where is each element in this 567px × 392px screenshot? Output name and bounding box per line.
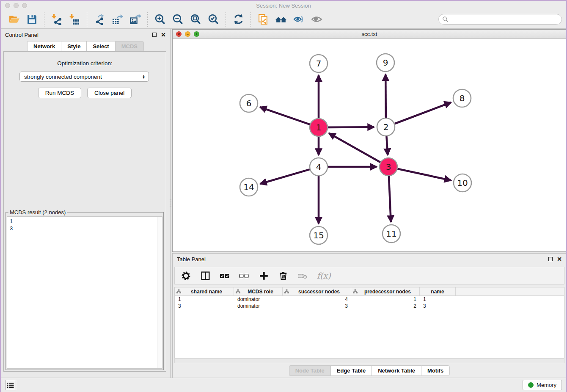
node-table: shared name MCDS role successor nodes pr… bbox=[174, 287, 564, 359]
cell-shared-name[interactable]: 1 bbox=[175, 296, 234, 303]
svg-text:8: 8 bbox=[460, 93, 465, 103]
edge-3-11[interactable] bbox=[389, 176, 391, 222]
graph-node-7[interactable]: 7 bbox=[310, 55, 328, 72]
table-row[interactable]: 3 dominator 3 2 3 bbox=[175, 303, 564, 309]
network-minimize-icon[interactable]: − bbox=[185, 31, 190, 37]
hide-graphics-details-icon[interactable] bbox=[292, 13, 305, 26]
panel-splitter-handle[interactable] bbox=[169, 199, 171, 210]
tab-style[interactable]: Style bbox=[61, 41, 86, 52]
close-panel-button[interactable]: Close panel bbox=[87, 88, 132, 98]
deselect-all-columns-icon[interactable] bbox=[239, 271, 249, 281]
column-header-shared-name[interactable]: shared name bbox=[175, 287, 234, 295]
edge-1-2[interactable] bbox=[328, 127, 374, 127]
add-column-icon[interactable] bbox=[259, 271, 269, 281]
control-panel-tabs: Network Style Select MCDS bbox=[1, 41, 170, 52]
cell-name[interactable]: 3 bbox=[420, 303, 456, 309]
criterion-dropdown[interactable]: strongly connected component ▲▼ bbox=[19, 72, 149, 82]
close-window-button[interactable] bbox=[5, 3, 10, 8]
export-image-icon[interactable] bbox=[129, 13, 141, 26]
maximize-window-button[interactable] bbox=[22, 3, 27, 8]
application-window: { "window": { "title": "Session: New Ses… bbox=[0, 0, 567, 392]
save-session-icon[interactable] bbox=[25, 13, 38, 26]
task-history-button[interactable] bbox=[5, 380, 16, 390]
result-scrollbar[interactable] bbox=[157, 217, 162, 368]
graph-node-10[interactable]: 10 bbox=[454, 174, 471, 192]
tab-network-table[interactable]: Network Table bbox=[372, 365, 421, 376]
cell-predecessor-nodes[interactable]: 1 bbox=[351, 296, 420, 303]
apply-layout-icon[interactable] bbox=[232, 13, 245, 26]
edge-2-3[interactable] bbox=[386, 136, 388, 155]
edge-2-8[interactable] bbox=[395, 102, 451, 124]
tab-edge-table[interactable]: Edge Table bbox=[330, 365, 372, 376]
table-row[interactable]: 1 dominator 4 1 1 bbox=[175, 296, 564, 303]
settings-gear-icon[interactable] bbox=[181, 271, 191, 281]
show-graphics-details-icon[interactable] bbox=[310, 13, 323, 26]
graph-node-9[interactable]: 9 bbox=[377, 54, 394, 72]
minimize-window-button[interactable] bbox=[14, 3, 19, 8]
graph-node-1[interactable]: 1 bbox=[310, 119, 328, 136]
svg-text:14: 14 bbox=[243, 182, 254, 192]
graph-node-4[interactable]: 4 bbox=[310, 158, 328, 176]
graph-node-15[interactable]: 15 bbox=[310, 226, 328, 244]
home-icon[interactable] bbox=[275, 13, 287, 26]
control-panel-title: Control Panel bbox=[5, 32, 39, 38]
graph-node-8[interactable]: 8 bbox=[453, 89, 471, 107]
edge-3-10[interactable] bbox=[397, 169, 451, 180]
export-network-icon[interactable] bbox=[93, 13, 106, 26]
zoom-selected-icon[interactable] bbox=[207, 13, 220, 26]
graph-node-14[interactable]: 14 bbox=[240, 178, 258, 196]
clone-network-icon[interactable] bbox=[257, 13, 270, 26]
open-session-icon[interactable] bbox=[8, 13, 20, 26]
column-header-mcds-role[interactable]: MCDS role bbox=[234, 287, 283, 295]
close-table-panel-icon[interactable]: ✕ bbox=[557, 257, 562, 261]
network-window-titlebar[interactable]: ✕ − + scc.txt bbox=[173, 30, 566, 39]
column-header-predecessor-nodes[interactable]: predecessor nodes bbox=[351, 287, 420, 295]
graph-node-3[interactable]: 3 bbox=[380, 158, 397, 176]
hierarchy-icon bbox=[284, 289, 289, 294]
search-field[interactable] bbox=[438, 14, 562, 25]
export-table-icon[interactable] bbox=[111, 13, 124, 26]
float-table-panel-icon[interactable] bbox=[548, 257, 553, 261]
search-container bbox=[438, 14, 562, 25]
run-mcds-button[interactable]: Run MCDS bbox=[38, 88, 81, 98]
cell-mcds-role[interactable]: dominator bbox=[234, 303, 283, 309]
cell-shared-name[interactable]: 3 bbox=[175, 303, 234, 309]
tab-motifs[interactable]: Motifs bbox=[421, 365, 450, 376]
network-canvas[interactable]: 7968124314101511 bbox=[173, 39, 566, 251]
import-table-icon[interactable] bbox=[68, 13, 81, 26]
close-panel-icon[interactable]: ✕ bbox=[161, 33, 166, 37]
graph-node-6[interactable]: 6 bbox=[240, 94, 258, 112]
cell-mcds-role[interactable]: dominator bbox=[234, 296, 283, 303]
memory-button[interactable]: Memory bbox=[523, 380, 562, 390]
mcds-result-textarea[interactable]: 1 3 bbox=[7, 216, 162, 369]
import-network-icon[interactable] bbox=[50, 13, 63, 26]
edge-2-9[interactable] bbox=[385, 75, 386, 118]
tab-node-table[interactable]: Node Table bbox=[289, 365, 330, 376]
edge-1-6[interactable] bbox=[260, 107, 310, 124]
column-header-name[interactable]: name bbox=[420, 287, 456, 295]
delete-column-icon[interactable] bbox=[278, 271, 288, 281]
graph-node-11[interactable]: 11 bbox=[383, 225, 400, 243]
table-horizontal-scrollbar[interactable] bbox=[174, 358, 564, 363]
select-all-columns-icon[interactable] bbox=[220, 271, 230, 281]
cell-successor-nodes[interactable]: 3 bbox=[283, 303, 351, 309]
edge-3-1[interactable] bbox=[329, 133, 380, 162]
tab-network[interactable]: Network bbox=[27, 41, 61, 52]
tab-mcds[interactable]: MCDS bbox=[115, 41, 144, 52]
zoom-fit-icon[interactable] bbox=[189, 13, 202, 26]
tab-select[interactable]: Select bbox=[86, 41, 115, 52]
main-area: Control Panel ✕ Network Style Select MCD… bbox=[1, 29, 566, 378]
edge-4-14[interactable] bbox=[260, 169, 310, 184]
network-maximize-icon[interactable]: + bbox=[194, 31, 199, 37]
network-close-icon[interactable]: ✕ bbox=[176, 31, 182, 37]
float-panel-icon[interactable] bbox=[152, 33, 157, 37]
zoom-in-icon[interactable] bbox=[154, 13, 166, 26]
cell-successor-nodes[interactable]: 4 bbox=[283, 296, 351, 303]
graph-node-2[interactable]: 2 bbox=[377, 118, 395, 136]
cell-predecessor-nodes[interactable]: 2 bbox=[351, 303, 420, 309]
cell-name[interactable]: 1 bbox=[420, 296, 456, 303]
zoom-out-icon[interactable] bbox=[171, 13, 184, 26]
column-header-successor-nodes[interactable]: successor nodes bbox=[283, 287, 351, 295]
search-input[interactable] bbox=[449, 16, 558, 22]
panel-columns-icon[interactable] bbox=[200, 271, 210, 281]
